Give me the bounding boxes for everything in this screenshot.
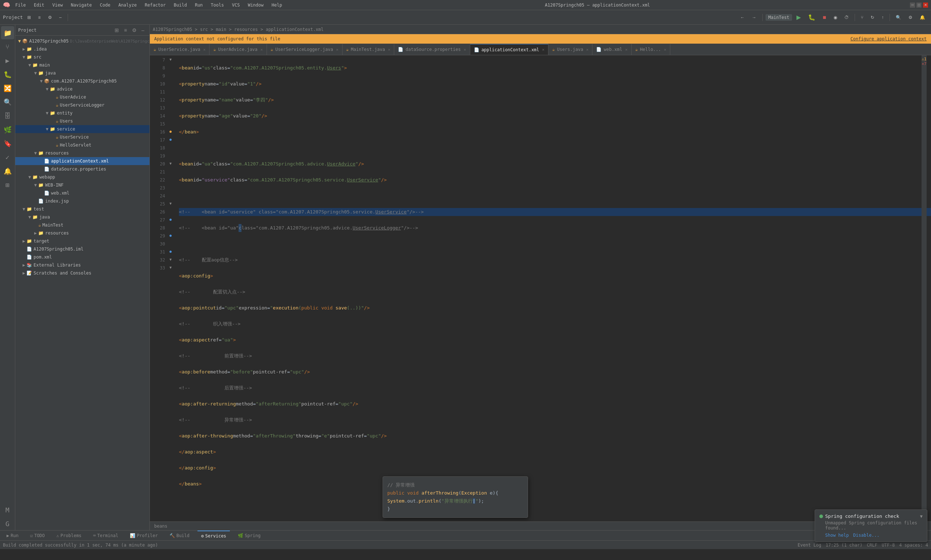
fold-20[interactable]: ▼ (168, 159, 173, 167)
tree-item-helloservlet[interactable]: ▶ ☕ HelloServlet (15, 141, 149, 149)
spring-show-help[interactable]: Show help (825, 533, 849, 538)
activity-search-icon[interactable]: 🔍 (1, 95, 14, 108)
menu-help[interactable]: Help (269, 2, 285, 8)
bottom-tab-run[interactable]: ▶Run (3, 531, 22, 541)
tree-item-userservice[interactable]: ▶ ☕ UserService (15, 133, 149, 141)
tab-userservice-close[interactable]: ✕ (203, 47, 206, 52)
menu-code[interactable]: Code (97, 2, 114, 8)
fold-7[interactable]: ▼ (168, 55, 173, 63)
tab-hello[interactable]: ☕ Hello... ✕ (632, 44, 671, 55)
tree-item-resources[interactable]: ▼ 📁 resources (15, 149, 149, 157)
tab-datasource[interactable]: 📄 dataSource.properties ✕ (394, 44, 470, 55)
bottom-tab-profiler[interactable]: 📊Profiler (126, 531, 162, 541)
tree-item-package[interactable]: ▼ 📦 com.A1207.A1207Springch05 (15, 77, 149, 85)
cursor-position[interactable]: 17:25 (1 char) (826, 543, 862, 548)
menu-refactor[interactable]: Refactor (142, 2, 169, 8)
tab-userservicelogger[interactable]: ☕ UserServiceLogger.java ✕ (267, 44, 343, 55)
encoding-status[interactable]: CRLF (866, 543, 877, 548)
bottom-tab-build[interactable]: 🔨Build (166, 531, 193, 541)
bottom-tab-terminal[interactable]: ⌨Terminal (89, 531, 122, 541)
tab-maintest-close[interactable]: ✕ (388, 47, 391, 52)
tab-useradvice[interactable]: ☕ UserAdvice.java ✕ (209, 44, 266, 55)
activity-run-icon[interactable]: ▶ (1, 54, 14, 67)
fold-24[interactable]: ▼ (168, 199, 173, 207)
tree-item-root[interactable]: ▼ 📦 A1207Springch05 D:\JavaEnterpriseWeb… (15, 37, 149, 45)
toolbar-back-btn[interactable]: ← (737, 12, 748, 23)
tree-item-advice[interactable]: ▼ 📁 advice (15, 85, 149, 93)
tree-item-test-resources[interactable]: ▶ 📁 resources (15, 229, 149, 237)
tree-item-webinf[interactable]: ▼ 📁 WEB-INF (15, 181, 149, 189)
activity-todo-icon[interactable]: ✓ (1, 151, 14, 164)
restore-button[interactable]: □ (916, 3, 922, 8)
tree-item-maintest[interactable]: ▶ ☕ MainTest (15, 221, 149, 229)
charset-status[interactable]: UTF-8 (882, 543, 895, 548)
find-button[interactable]: 🔍 (893, 12, 904, 23)
configure-action[interactable]: Configure application context (850, 36, 926, 42)
stop-button[interactable]: ■ (820, 12, 829, 23)
tree-item-scratches[interactable]: ▶ 📝 Scratches and Consoles (15, 269, 149, 277)
notifications-btn[interactable]: 🔔 (917, 12, 928, 23)
tree-item-test[interactable]: ▼ 📁 test (15, 205, 149, 213)
menu-view[interactable]: View (49, 2, 66, 8)
tab-appcontext-close[interactable]: ✕ (542, 47, 545, 52)
tree-item-datasource[interactable]: ▶ 📄 dataSource.properties (15, 165, 149, 173)
code-editor[interactable]: ⚠1 ✕7 78910 11121314 15161718 19202122 2… (150, 55, 931, 522)
spring-disable[interactable]: Disable... (853, 533, 879, 538)
activity-spring-icon[interactable]: 🌿 (1, 123, 14, 136)
toolbar-list-btn[interactable]: ≡ (35, 12, 44, 23)
menu-file[interactable]: File (12, 2, 29, 8)
toolbar-close-btn[interactable]: – (56, 12, 65, 23)
tree-item-main[interactable]: ▼ 📁 main (15, 61, 149, 69)
tab-appcontext[interactable]: 📄 applicationContext.xml ✕ (470, 44, 549, 55)
activity-db-icon[interactable]: 🗄 (1, 109, 14, 122)
tree-item-external-libs[interactable]: ▶ 📚 External Libraries (15, 261, 149, 269)
activity-project-icon[interactable]: 📁 (1, 26, 14, 39)
tree-item-iml[interactable]: ▶ 📄 A1207Springch05.iml (15, 245, 149, 253)
tree-item-pom[interactable]: ▶ 📄 pom.xml (15, 253, 149, 261)
tree-item-webapp[interactable]: ▼ 📁 webapp (15, 173, 149, 181)
toolbar-settings-btn[interactable]: ⚙ (45, 12, 55, 23)
minimize-button[interactable]: ─ (910, 3, 915, 8)
bottom-tab-problems[interactable]: ⚠Problems (53, 531, 85, 541)
sidebar-expand-btn[interactable]: ⊞ (113, 26, 120, 34)
menu-analyze[interactable]: Analyze (115, 2, 140, 8)
tab-users-close[interactable]: ✕ (586, 47, 589, 52)
tree-item-indexjsp[interactable]: ▶ 📄 index.jsp (15, 197, 149, 205)
fold-31[interactable]: ▼ (168, 255, 173, 263)
tab-userservicelogger-close[interactable]: ✕ (336, 47, 339, 52)
activity-bookmark-icon[interactable]: 🔖 (1, 137, 14, 150)
tree-item-webxml[interactable]: ▶ 📄 web.xml (15, 189, 149, 197)
tree-item-userservicelogger[interactable]: ▶ ☕ UserServiceLogger (15, 101, 149, 109)
tree-item-users[interactable]: ▶ ☕ Users (15, 117, 149, 125)
event-log[interactable]: Event Log (797, 543, 821, 548)
toolbar-forward-btn[interactable]: → (749, 12, 759, 23)
tree-item-java[interactable]: ▼ 📁 java (15, 69, 149, 77)
fold-32[interactable]: ▼ (168, 263, 173, 271)
tab-hello-close[interactable]: ✕ (664, 47, 666, 52)
coverage-button[interactable]: ◉ (831, 12, 840, 23)
activity-structure-icon[interactable]: ⊞ (1, 178, 14, 191)
menu-navigate[interactable]: Navigate (68, 2, 95, 8)
tab-datasource-close[interactable]: ✕ (464, 47, 466, 52)
sidebar-collapse-btn[interactable]: ≡ (122, 26, 129, 34)
update-button[interactable]: ↻ (868, 12, 877, 23)
activity-maven-icon[interactable]: M (1, 503, 14, 516)
bottom-tab-services[interactable]: ⚙Services (197, 531, 230, 541)
tab-webxml-close[interactable]: ✕ (625, 47, 628, 52)
bottom-tab-todo[interactable]: ☑TODO (26, 531, 48, 541)
sidebar-close-btn[interactable]: – (139, 26, 146, 34)
tab-webxml[interactable]: 📄 web.xml ✕ (592, 44, 631, 55)
tree-item-test-java[interactable]: ▼ 📁 java (15, 213, 149, 221)
activity-vcs-icon[interactable]: ⑂ (1, 40, 14, 53)
push-button[interactable]: ↑ (879, 12, 886, 23)
sidebar-settings-btn[interactable]: ⚙ (131, 26, 138, 34)
activity-debug-icon[interactable]: 🐛 (1, 68, 14, 81)
menu-tools[interactable]: Tools (208, 2, 227, 8)
menu-run[interactable]: Run (192, 2, 206, 8)
profiler-button[interactable]: ⏱ (842, 12, 852, 23)
menu-vcs[interactable]: VCS (229, 2, 243, 8)
indent-status[interactable]: 4 spaces: 4 (899, 543, 928, 548)
tree-item-target[interactable]: ▶ 📁 target (15, 237, 149, 245)
activity-git-icon[interactable]: 🔀 (1, 82, 14, 95)
settings-gear-btn[interactable]: ⚙ (906, 12, 916, 23)
